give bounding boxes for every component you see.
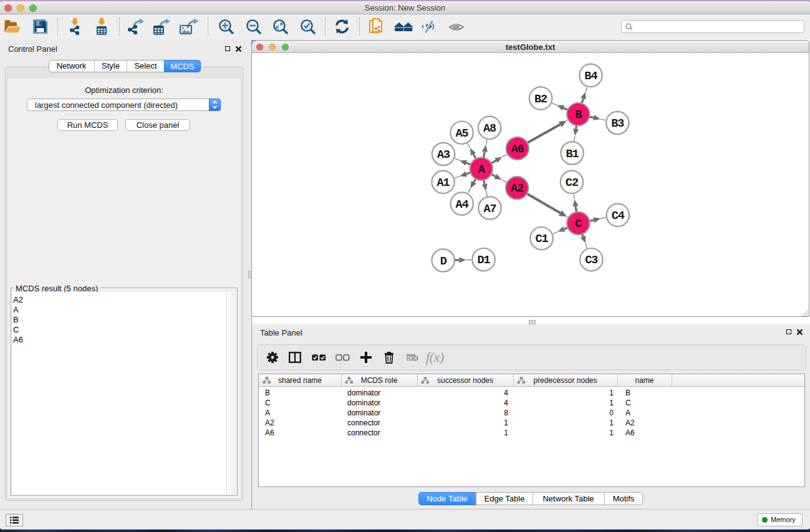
svg-text:B4: B4: [584, 70, 597, 83]
svg-text:C2: C2: [566, 177, 579, 190]
svg-text:A2: A2: [511, 182, 524, 195]
svg-text:D: D: [440, 255, 447, 268]
svg-text:A1: A1: [436, 177, 450, 190]
svg-text:A3: A3: [437, 148, 450, 162]
svg-text:A4: A4: [456, 198, 469, 211]
svg-text:C4: C4: [612, 210, 625, 223]
svg-text:B: B: [575, 109, 582, 122]
svg-text:B3: B3: [611, 117, 624, 130]
svg-text:B2: B2: [534, 93, 547, 106]
svg-text:C1: C1: [535, 233, 548, 246]
svg-text:A5: A5: [455, 127, 468, 140]
svg-text:D1: D1: [477, 254, 490, 267]
svg-text:C: C: [575, 218, 582, 231]
svg-text:A8: A8: [483, 122, 496, 135]
svg-text:A7: A7: [483, 203, 496, 216]
svg-text:A6: A6: [511, 143, 524, 156]
svg-text:C3: C3: [585, 254, 598, 267]
svg-text:B1: B1: [566, 148, 579, 161]
